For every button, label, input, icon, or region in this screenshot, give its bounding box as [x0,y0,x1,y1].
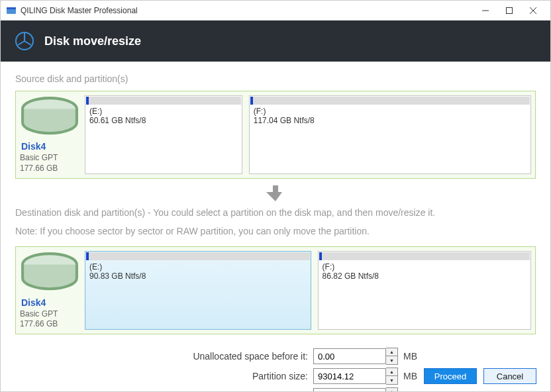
title-bar: QILING Disk Master Professional [1,1,550,21]
partition-letter: (F:) [250,105,530,116]
partition-letter: (E:) [85,261,311,271]
partition-e[interactable]: (E:) 60.61 GB Ntfs/8 [85,95,242,174]
chevron-down-icon[interactable]: ▼ [386,376,397,384]
app-icon [6,5,17,16]
before-spinner[interactable]: ▲▼ [386,348,398,365]
chevron-up-icon[interactable]: ▲ [386,348,397,356]
header: Disk move/resize [1,21,550,62]
before-input[interactable] [313,348,386,364]
proceed-button[interactable]: Proceed [424,368,477,384]
unit-label: MB [403,351,423,362]
usage-bar [86,252,310,260]
usage-bar [319,252,530,260]
partition-f[interactable]: (F:) 117.04 GB Ntfs/8 [249,95,531,174]
source-partitions: (E:) 60.61 GB Ntfs/8 (F:) 117.04 GB Ntfs… [85,95,531,174]
disk-icon [20,285,79,297]
partition-info: 90.83 GB Ntfs/8 [85,271,311,283]
disk-icon [20,129,79,140]
destination-partitions: (E:) 90.83 GB Ntfs/8 (F:) 86.82 GB Ntfs/… [85,251,531,330]
maximize-button[interactable] [497,1,521,20]
partition-f[interactable]: (F:) 86.82 GB Ntfs/8 [318,251,531,330]
size-spinner[interactable]: ▲▼ [386,368,398,385]
disk-size: 177.66 GB [20,319,79,330]
window-title: QILING Disk Master Professional [21,6,474,15]
svg-rect-3 [507,7,513,13]
partition-info: 60.61 GB Ntfs/8 [85,116,242,128]
svg-rect-1 [7,7,16,9]
partition-letter: (F:) [319,261,530,271]
cancel-button[interactable]: Cancel [483,368,536,384]
disk-type: Basic GPT [20,309,79,320]
disk-name: Disk4 [21,297,46,308]
after-input[interactable] [313,388,386,392]
partition-e-selected[interactable]: (E:) 90.83 GB Ntfs/8 [85,251,311,330]
destination-desc: Destination disk and partition(s) - You … [15,205,536,220]
disk-info: Disk4 Basic GPT 177.66 GB [20,95,79,174]
partition-letter: (E:) [85,105,242,116]
after-spinner[interactable]: ▲▼ [386,387,398,392]
usage-bar [250,97,530,105]
footer: Proceed Cancel [424,368,536,384]
page-title: Disk move/resize [44,34,141,48]
source-disk-card: Disk4 Basic GPT 177.66 GB (E:) 60.61 GB … [15,91,536,179]
chevron-up-icon[interactable]: ▲ [386,388,397,392]
disk-info: Disk4 Basic GPT 177.66 GB [20,251,79,330]
destination-note: Note: If you choose sector by sector or … [15,224,536,238]
size-input[interactable] [313,368,386,384]
disk-type: Basic GPT [20,153,79,164]
unit-label: MB [403,371,423,381]
source-label: Source disk and partition(s) [15,74,536,84]
chevron-down-icon[interactable]: ▼ [386,356,397,364]
disk-name: Disk4 [21,141,46,152]
disk-size: 177.66 GB [20,164,79,174]
minimize-button[interactable] [474,1,497,20]
arrow-down-icon [15,185,536,201]
partition-info: 117.04 GB Ntfs/8 [250,116,530,128]
content: Source disk and partition(s) Disk4 Basic… [1,62,550,392]
size-label: Partition size: [128,371,313,381]
logo-icon [14,30,35,52]
usage-bar [86,97,241,105]
chevron-up-icon[interactable]: ▲ [386,368,397,376]
destination-disk-card: Disk4 Basic GPT 177.66 GB (E:) 90.83 GB … [15,246,536,334]
partition-info: 86.82 GB Ntfs/8 [319,271,530,283]
close-button[interactable] [521,1,545,20]
before-label: Unallocated space before it: [128,351,313,362]
